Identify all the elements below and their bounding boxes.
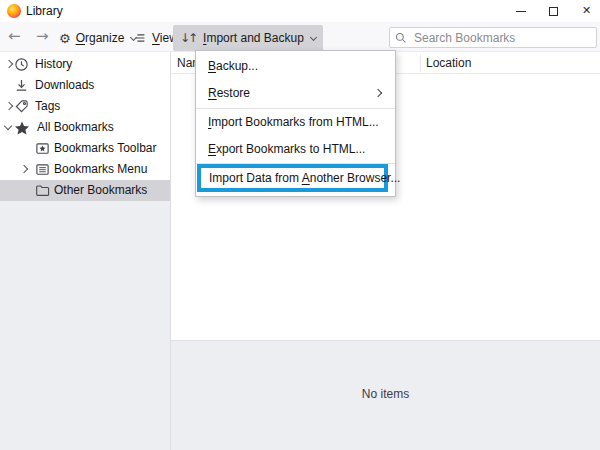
column-divider[interactable] xyxy=(420,54,421,72)
download-icon xyxy=(14,78,29,93)
back-button[interactable]: ← xyxy=(2,22,27,52)
maximize-button[interactable] xyxy=(537,0,570,22)
minimize-button[interactable] xyxy=(504,0,537,22)
column-header-location[interactable]: Location xyxy=(426,52,471,74)
import-and-backup-label: Import and Backup xyxy=(203,31,304,45)
import-export-icon: ↓↑ xyxy=(180,31,196,45)
sidebar-item-label: Downloads xyxy=(35,75,94,96)
menu-item-restore[interactable]: Restore xyxy=(196,80,395,107)
views-icon xyxy=(133,31,147,45)
menu-item-import-bookmarks-html[interactable]: Import Bookmarks from HTML... xyxy=(196,109,395,136)
lower-pane: No items xyxy=(171,340,600,450)
forward-button[interactable]: → xyxy=(30,22,55,52)
star-icon xyxy=(14,120,29,135)
submenu-arrow-icon xyxy=(374,89,382,97)
organize-label: Organize xyxy=(76,31,125,45)
empty-list-message: No items xyxy=(171,387,600,401)
chevron-down-icon xyxy=(310,33,317,40)
import-and-backup-button[interactable]: ↓↑ Import and Backup xyxy=(173,25,323,51)
back-icon: ← xyxy=(8,27,21,45)
search-icon xyxy=(395,32,407,44)
sidebar-item-bookmarks-menu[interactable]: Bookmarks Menu xyxy=(0,159,170,180)
close-button[interactable]: ✕ xyxy=(570,0,600,22)
highlight-box: Import Data from Another Browser... xyxy=(197,164,388,192)
library-window: Library ✕ ← → ⚙ Organize Views ↓↑ Import… xyxy=(0,0,600,450)
folder-icon xyxy=(35,183,50,198)
sidebar-item-label: Bookmarks Menu xyxy=(54,159,147,180)
sidebar-item-all-bookmarks[interactable]: All Bookmarks xyxy=(0,117,170,138)
bookmarks-toolbar-icon xyxy=(35,141,50,156)
menu-item-backup[interactable]: Backup... xyxy=(196,53,395,80)
sidebar-item-tags[interactable]: Tags xyxy=(0,96,170,117)
titlebar: Library ✕ xyxy=(0,0,600,22)
forward-icon: → xyxy=(36,27,49,45)
menu-item-export-bookmarks-html[interactable]: Export Bookmarks to HTML... xyxy=(196,136,395,163)
search-input[interactable] xyxy=(389,27,597,48)
sidebar-item-label: History xyxy=(35,54,72,75)
chevron-right-icon[interactable] xyxy=(20,165,28,173)
maximize-icon xyxy=(549,7,558,16)
bookmarks-menu-icon xyxy=(35,162,50,177)
chevron-right-icon[interactable] xyxy=(5,60,13,68)
tag-icon xyxy=(14,99,29,114)
import-backup-menu: Backup... Restore Import Bookmarks from … xyxy=(195,50,396,197)
sidebar-item-other-bookmarks[interactable]: Other Bookmarks xyxy=(0,180,170,201)
sidebar-item-history[interactable]: History xyxy=(0,54,170,75)
sidebar-item-bookmarks-toolbar[interactable]: Bookmarks Toolbar xyxy=(0,138,170,159)
sidebar-item-label: Tags xyxy=(35,96,60,117)
sidebar-item-downloads[interactable]: Downloads xyxy=(0,75,170,96)
close-icon: ✕ xyxy=(582,0,591,22)
sidebar-item-label: Other Bookmarks xyxy=(54,180,147,201)
gear-icon: ⚙ xyxy=(59,31,71,46)
menu-item-import-data-another-browser[interactable]: Import Data from Another Browser... xyxy=(201,168,384,188)
firefox-icon xyxy=(7,4,21,18)
chevron-right-icon[interactable] xyxy=(5,102,13,110)
sidebar-item-label: All Bookmarks xyxy=(37,117,114,138)
window-title: Library xyxy=(26,0,63,22)
sidebar-item-label: Bookmarks Toolbar xyxy=(54,138,157,159)
minimize-icon xyxy=(516,11,526,12)
chevron-down-icon[interactable] xyxy=(4,122,12,130)
clock-icon xyxy=(14,57,29,72)
